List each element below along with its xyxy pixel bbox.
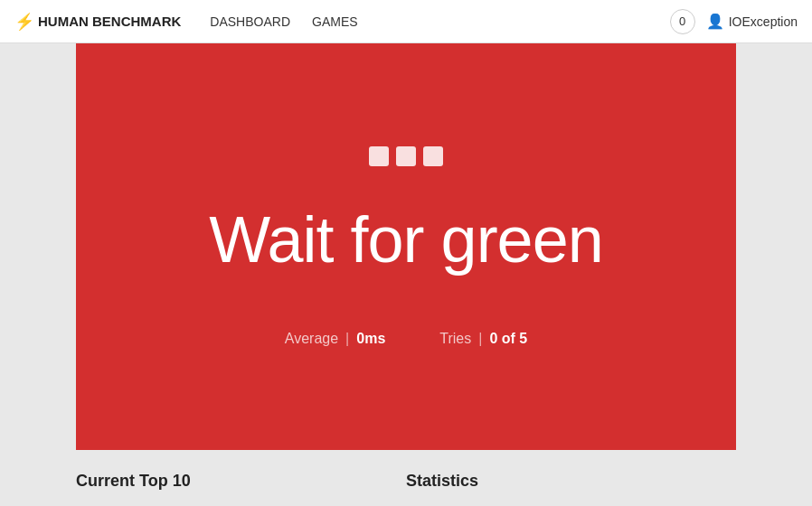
navbar: ⚡ HUMAN BENCHMARK DASHBOARD GAMES 0 👤 IO… — [0, 0, 812, 43]
top10-column: Current Top 10 — [76, 472, 406, 501]
brand-link[interactable]: ⚡ HUMAN BENCHMARK — [14, 12, 181, 32]
nav-links: DASHBOARD GAMES — [210, 14, 669, 29]
notification-badge[interactable]: 0 — [670, 9, 695, 34]
statistics-heading: Statistics — [406, 472, 736, 491]
username-label: IOException — [729, 14, 798, 29]
brand-label: HUMAN BENCHMARK — [38, 14, 181, 29]
dot-1 — [369, 146, 389, 166]
average-stat: Average | 0ms — [285, 331, 386, 347]
center-column: Wait for green Average | 0ms Tries | 0 o… — [76, 43, 736, 501]
dot-2 — [396, 146, 416, 166]
tries-stat: Tries | 0 of 5 — [439, 331, 527, 347]
bolt-icon: ⚡ — [14, 12, 34, 32]
top10-heading: Current Top 10 — [76, 472, 406, 491]
dots-row — [369, 146, 443, 166]
game-title: Wait for green — [209, 202, 603, 276]
game-stats: Average | 0ms Tries | 0 of 5 — [285, 331, 527, 347]
page-wrapper: Wait for green Average | 0ms Tries | 0 o… — [0, 43, 812, 501]
nav-right: 0 👤 IOException — [670, 9, 798, 34]
bottom-section: Current Top 10 Statistics — [76, 450, 736, 501]
average-value: 0ms — [356, 331, 385, 347]
tries-value: 0 of 5 — [489, 331, 527, 347]
dashboard-link[interactable]: DASHBOARD — [210, 14, 290, 29]
statistics-column: Statistics — [406, 472, 736, 501]
game-area[interactable]: Wait for green Average | 0ms Tries | 0 o… — [76, 43, 736, 450]
tries-label: Tries — [439, 331, 471, 347]
games-link[interactable]: GAMES — [312, 14, 358, 29]
dot-3 — [423, 146, 443, 166]
average-label: Average — [285, 331, 338, 347]
tries-separator: | — [478, 331, 482, 347]
user-icon: 👤 — [706, 13, 724, 30]
average-separator: | — [345, 331, 349, 347]
user-menu[interactable]: 👤 IOException — [706, 13, 798, 30]
